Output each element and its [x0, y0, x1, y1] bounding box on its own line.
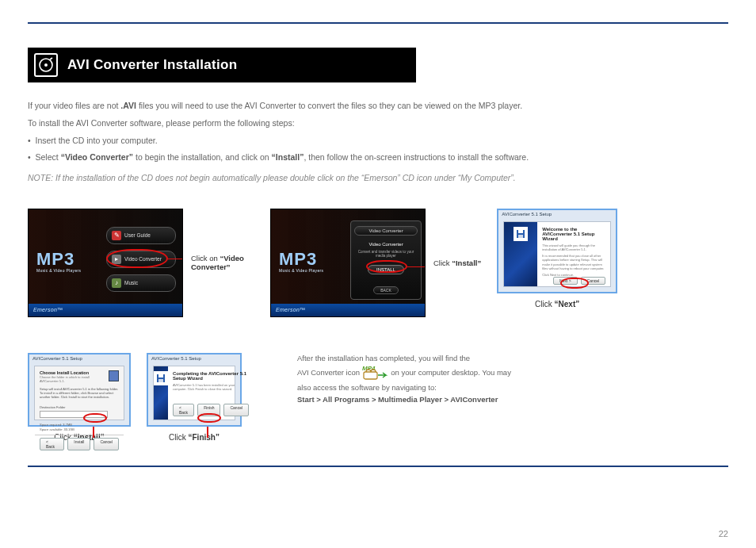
- wizard-loc-para: Setup will install AVIConverter 5.1 in t…: [40, 387, 119, 400]
- back-button[interactable]: BACK: [373, 286, 399, 294]
- caption-c5b: “Finish”: [189, 433, 220, 442]
- wizard-body-welcome: Welcome to the AVIConverter 5.1 Setup Wi…: [503, 221, 611, 287]
- mp3-logo-text-2: MP3: [279, 249, 317, 269]
- wizard-body-finish: Completing the AVIConverter 5.1 Setup Wi…: [153, 366, 235, 420]
- svg-point-1: [44, 63, 48, 67]
- cancel-button-2[interactable]: Cancel: [94, 438, 119, 450]
- screenshot-row-1: MP3 Music & Video Players ✎ User Guide ▸…: [28, 209, 728, 317]
- back-button-wiz2[interactable]: < Back: [173, 404, 194, 416]
- wizard-sidebar: [504, 222, 537, 286]
- wizard-finish-text: AVIConverter 5.1 has been installed on y…: [173, 383, 249, 391]
- screenshot-row-2: AVIConverter 5.1 Setup Choose Install Lo…: [28, 353, 728, 442]
- install-button-wiz[interactable]: Install: [67, 438, 90, 450]
- intro-li2b: “Video Converter”: [61, 152, 133, 162]
- intro-li1: Insert the CD into your computer.: [36, 136, 158, 145]
- destination-field: Destination Folder: [40, 405, 119, 418]
- intro-avi: .AVI: [120, 101, 136, 110]
- space-available: Space available: 33.1GB: [40, 427, 119, 431]
- intro-p1c: files you will need to use the AVI Conve…: [136, 101, 522, 110]
- panel-sub: Video Converter: [368, 242, 403, 247]
- header-black-bar: AVI Converter Installation: [28, 48, 416, 82]
- svg-rect-3: [518, 230, 523, 233]
- window-title-1: AVIConverter 5.1 Setup: [502, 212, 552, 217]
- space-stats: Space required: 3.7MB Space available: 3…: [40, 423, 119, 431]
- installer-icon: [514, 227, 528, 241]
- menu-item-music[interactable]: ♪ Music: [106, 274, 176, 292]
- page-number: 22: [719, 529, 728, 538]
- after-line1: After the installation has completed, yo…: [297, 353, 511, 363]
- after-line4: Start > All Programs > Multimedia Player…: [297, 394, 511, 404]
- caption-install: Click “Install”: [433, 259, 481, 267]
- mp4-icon-label: MP4: [362, 365, 376, 372]
- next-button[interactable]: Next >: [553, 277, 578, 285]
- video-converter-panel: Video Converter Video Converter Convert …: [350, 220, 422, 300]
- mp3-logo-text: MP3: [36, 249, 74, 269]
- after-line2b: on your computer desktop. You may: [391, 368, 511, 377]
- destination-input[interactable]: [40, 411, 108, 418]
- section-header: AVI Converter Installation: [28, 48, 728, 82]
- header-title: AVI Converter Installation: [67, 57, 237, 73]
- mp3-logo-sub: Music & Video Players: [36, 268, 81, 273]
- menu-label-video: Video Converter: [124, 256, 162, 262]
- after-install-text: After the installation has completed, yo…: [297, 353, 511, 405]
- destination-label: Destination Folder: [40, 405, 65, 409]
- wizard-finish-heading: Completing the AVIConverter 5.1 Setup Wi…: [173, 371, 249, 381]
- mp3-logo: MP3 Music & Video Players: [36, 249, 81, 273]
- install-button[interactable]: INSTALL: [368, 265, 404, 274]
- wizard-welcome-t2: It is recommended that you close all oth…: [542, 254, 605, 270]
- bottom-rule: [28, 466, 728, 467]
- wizard-main-finish: Completing the AVIConverter 5.1 Setup Wi…: [168, 366, 254, 420]
- svg-rect-6: [158, 374, 163, 377]
- intro-li2e: , then follow the on-screen instructions…: [304, 152, 529, 162]
- screenshot-wizard-finish: AVIConverter 5.1 Setup Completing the AV…: [147, 353, 242, 427]
- caption-c2a: Click: [433, 259, 452, 267]
- caption-c5a: Click: [169, 433, 188, 442]
- intro-text: If your video files are not .AVI files y…: [28, 100, 717, 185]
- installer-icon-small: [109, 370, 119, 381]
- cd-icon: [34, 53, 58, 77]
- menu-item-video-converter[interactable]: ▸ Video Converter: [106, 251, 176, 268]
- intro-li2a: Select: [36, 152, 61, 162]
- mp4-tool-icon: MP4: [362, 363, 389, 382]
- screenshot-wizard-location: AVIConverter 5.1 Setup Choose Install Lo…: [28, 353, 131, 427]
- intro-li2c: to begin the installation, and click on: [133, 152, 272, 162]
- caption-c3b: “Next”: [555, 300, 580, 308]
- brand-text: Emerson™: [33, 307, 63, 312]
- back-button-wiz[interactable]: < Back: [40, 438, 64, 450]
- caption-video-converter: Click on “Video Converter”: [191, 254, 254, 272]
- intro-p1a: If your video files are not: [28, 101, 120, 110]
- brand-bar: Emerson™: [29, 304, 182, 316]
- screenshot-wizard-welcome: AVIConverter 5.1 Setup Welcome to the AV…: [497, 209, 617, 293]
- brand-bar-2: Emerson™: [271, 304, 425, 316]
- finish-button[interactable]: Finish: [197, 404, 220, 416]
- screenshot-menu-1: MP3 Music & Video Players ✎ User Guide ▸…: [28, 209, 183, 317]
- cancel-button[interactable]: Cancel: [581, 277, 606, 285]
- brand-text-2: Emerson™: [276, 307, 305, 312]
- panel-title: Video Converter: [354, 226, 418, 236]
- screenshot-menu-2: MP3 Music & Video Players Video Converte…: [270, 209, 426, 317]
- installer-icon-2: [154, 371, 168, 385]
- mp3-logo-2: MP3 Music & Video Players: [279, 249, 323, 273]
- menu-label-music: Music: [124, 280, 138, 285]
- intro-note: NOTE: If the installation of the CD does…: [28, 172, 717, 185]
- wizard-location-body: Choose Install Location Choose the folde…: [34, 366, 124, 420]
- menu-item-user-guide[interactable]: ✎ User Guide: [106, 227, 176, 244]
- divider: [35, 435, 124, 435]
- cancel-button-3[interactable]: Cancel: [223, 404, 249, 416]
- wizard-main-welcome: Welcome to the AVIConverter 5.1 Setup Wi…: [537, 222, 610, 286]
- window-title-2: AVIConverter 5.1 Setup: [32, 356, 82, 361]
- wizard-welcome-t1: This wizard will guide you through the i…: [542, 243, 605, 251]
- after-line2a: AVI Converter icon: [297, 368, 362, 377]
- top-rule: [28, 22, 728, 24]
- svg-rect-4: [518, 235, 523, 238]
- window-title-3: AVIConverter 5.1 Setup: [151, 356, 201, 361]
- wizard-loc-sub: Choose the folder in which to install AV…: [40, 375, 109, 383]
- caption-c2b: “Install”: [452, 259, 481, 267]
- caption-finish: Click “Finish”: [169, 433, 220, 442]
- wizard-sidebar-2: [154, 366, 168, 420]
- panel-desc: Convert and transfer videos to your medi…: [354, 250, 418, 259]
- intro-li2d: “Install”: [272, 152, 304, 162]
- video-icon: ▸: [112, 255, 121, 264]
- svg-rect-8: [364, 372, 377, 379]
- svg-rect-7: [158, 379, 163, 382]
